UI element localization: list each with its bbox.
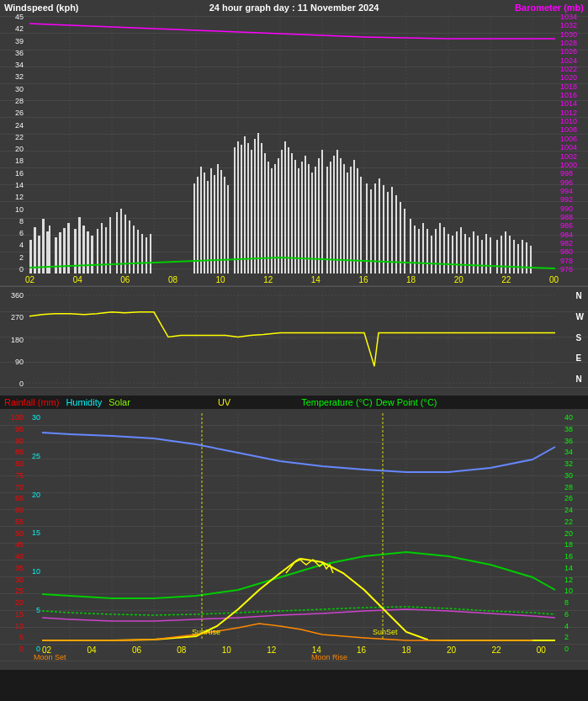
bottom-x-axis: 02 04 06 08 10 12 14 16 18 20 22 00 — [42, 645, 546, 655]
svg-rect-110 — [456, 231, 458, 273]
svg-rect-42 — [200, 167, 202, 273]
svg-rect-114 — [473, 231, 474, 273]
svg-rect-119 — [496, 240, 498, 273]
svg-rect-29 — [105, 227, 107, 273]
svg-rect-28 — [101, 223, 103, 273]
svg-rect-25 — [87, 231, 89, 273]
solar-legend: Solar — [105, 397, 130, 407]
svg-rect-54 — [244, 136, 246, 273]
svg-rect-12 — [29, 240, 32, 273]
svg-rect-99 — [410, 219, 411, 273]
svg-rect-120 — [501, 236, 502, 273]
svg-rect-75 — [315, 167, 316, 273]
svg-rect-76 — [318, 158, 320, 273]
svg-rect-41 — [197, 177, 199, 273]
svg-rect-85 — [350, 167, 352, 273]
svg-rect-83 — [343, 164, 345, 273]
svg-rect-73 — [308, 164, 310, 273]
svg-rect-33 — [124, 215, 126, 273]
svg-rect-105 — [435, 229, 437, 273]
svg-rect-82 — [340, 158, 342, 273]
svg-rect-127 — [530, 246, 532, 273]
svg-rect-87 — [357, 168, 358, 273]
dewpoint-legend: Dew Point (°C) — [376, 397, 437, 407]
svg-rect-43 — [204, 173, 205, 273]
svg-rect-98 — [404, 209, 405, 273]
svg-rect-78 — [326, 167, 328, 273]
svg-rect-24 — [82, 226, 85, 273]
svg-rect-100 — [414, 226, 416, 273]
svg-rect-35 — [133, 226, 135, 273]
svg-rect-36 — [137, 230, 139, 273]
svg-rect-95 — [391, 187, 393, 273]
svg-rect-88 — [360, 177, 362, 273]
uv-legend: UV — [134, 397, 230, 407]
svg-rect-46 — [214, 175, 215, 273]
svg-rect-57 — [254, 139, 256, 273]
svg-rect-103 — [426, 229, 428, 273]
svg-rect-47 — [217, 164, 219, 273]
svg-rect-72 — [305, 156, 306, 273]
svg-rect-106 — [439, 223, 441, 273]
svg-rect-66 — [284, 141, 286, 273]
svg-rect-108 — [448, 234, 449, 273]
svg-rect-18 — [55, 237, 57, 273]
svg-rect-22 — [74, 229, 77, 273]
svg-rect-101 — [418, 229, 420, 273]
svg-rect-111 — [460, 227, 462, 273]
svg-rect-59 — [261, 143, 262, 273]
svg-rect-81 — [336, 150, 338, 273]
bottom-chart-svg: SunRise SunSet Moon Set Moon Rise — [0, 409, 588, 670]
svg-rect-79 — [330, 162, 331, 273]
svg-rect-122 — [509, 236, 511, 273]
svg-rect-84 — [347, 173, 348, 273]
svg-text:SunRise: SunRise — [192, 628, 220, 636]
svg-rect-91 — [374, 183, 376, 273]
svg-rect-27 — [97, 229, 98, 273]
svg-rect-37 — [141, 234, 143, 273]
wind-chart-svg — [0, 0, 588, 286]
svg-rect-109 — [452, 236, 453, 273]
svg-rect-123 — [513, 240, 515, 273]
svg-rect-58 — [257, 133, 259, 273]
svg-rect-61 — [268, 162, 269, 273]
svg-rect-19 — [59, 232, 61, 273]
svg-rect-34 — [129, 220, 130, 273]
svg-rect-60 — [264, 153, 266, 273]
svg-rect-38 — [146, 237, 147, 273]
humidity-legend: Humidity — [62, 397, 102, 407]
svg-rect-48 — [220, 170, 222, 273]
svg-rect-126 — [526, 242, 527, 273]
svg-rect-77 — [321, 150, 323, 273]
svg-rect-86 — [353, 160, 355, 273]
svg-rect-104 — [431, 236, 432, 273]
wind-dir-chart: N W S E N 360 270 180 90 0 — [0, 286, 588, 396]
svg-rect-68 — [291, 153, 293, 273]
svg-rect-53 — [241, 145, 242, 273]
svg-rect-55 — [247, 143, 249, 273]
svg-rect-67 — [288, 147, 289, 273]
svg-rect-125 — [522, 240, 523, 273]
x-axis-hours: 02 04 06 08 10 12 14 16 18 20 22 00 — [25, 275, 559, 284]
svg-rect-69 — [294, 160, 296, 273]
svg-text:SunSet: SunSet — [373, 628, 398, 636]
svg-rect-64 — [278, 158, 279, 273]
temp-legend: Temperature (°C) — [234, 397, 372, 407]
svg-rect-56 — [251, 150, 252, 273]
svg-rect-52 — [237, 141, 239, 273]
svg-rect-51 — [234, 147, 236, 273]
legend-row: Rainfall (mm) Humidity Solar UV Temperat… — [0, 396, 588, 409]
svg-rect-65 — [281, 150, 283, 273]
svg-rect-124 — [517, 244, 519, 273]
svg-rect-115 — [477, 236, 479, 273]
svg-rect-15 — [42, 219, 45, 273]
svg-rect-102 — [422, 223, 424, 273]
svg-rect-80 — [333, 156, 335, 273]
svg-rect-107 — [443, 227, 445, 273]
wind-dir-svg — [0, 287, 588, 396]
svg-rect-116 — [481, 240, 483, 273]
svg-rect-117 — [485, 234, 487, 273]
svg-rect-112 — [464, 234, 466, 273]
svg-rect-113 — [469, 237, 470, 273]
svg-rect-26 — [91, 236, 93, 273]
